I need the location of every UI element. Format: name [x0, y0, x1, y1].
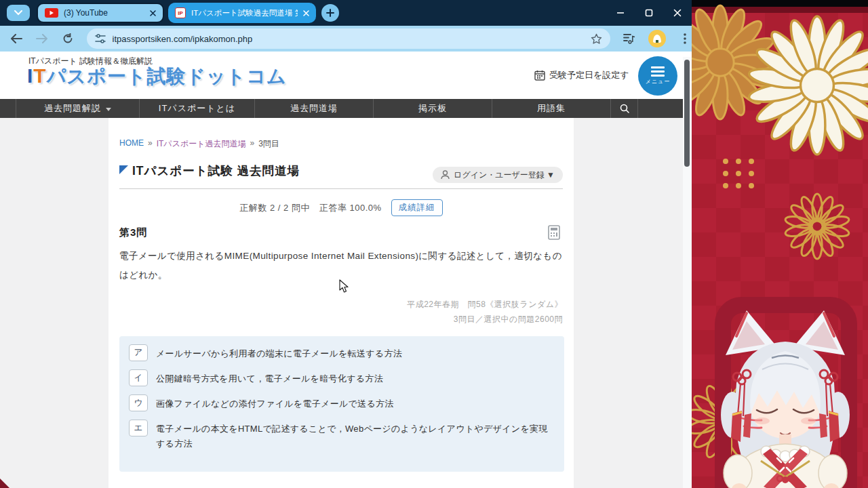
main-nav: 過去問題解説 ITパスポートとは 過去問道場 掲示板 用語集 — [0, 99, 683, 118]
question-source: 平成22年春期 問58《選択肢ランダム》 — [407, 297, 563, 312]
tab-strip: (3) YouTube IP ITパスポート試験過去問道場 第 — [0, 0, 692, 26]
breadcrumb-home[interactable]: HOME — [119, 138, 144, 150]
nav-item-board[interactable]: 掲示板 — [373, 99, 492, 118]
forward-button[interactable] — [35, 32, 49, 45]
choice-key[interactable]: ア — [129, 344, 148, 361]
choice-text: メールサーバから利用者の端末に電子メールを転送する方法 — [156, 344, 402, 361]
breadcrumb-parent[interactable]: ITパスポート過去問道場 — [157, 138, 246, 150]
url-text: itpassportsiken.com/ipkakomon.php — [113, 34, 585, 44]
nav-item-dojo[interactable]: 過去問道場 — [254, 99, 373, 118]
nav-item-about[interactable]: ITパスポートとは — [139, 99, 254, 118]
maximize-icon — [645, 9, 653, 17]
choice-key[interactable]: イ — [129, 369, 148, 386]
reload-icon — [62, 33, 73, 44]
scrollbar[interactable] — [683, 57, 692, 488]
back-button[interactable] — [9, 32, 23, 45]
menu-button[interactable]: メニュー — [638, 56, 677, 96]
site-settings-icon[interactable] — [95, 34, 106, 43]
webpage: ITパスポート 試験情報＆徹底解説 ITパスポート試験ドットコム https:/… — [0, 52, 692, 488]
breadcrumb-current: 3問目 — [258, 138, 279, 150]
browser-window: (3) YouTube IP ITパスポート試験過去問道場 第 — [0, 0, 692, 488]
breadcrumb-separator: » — [148, 138, 153, 150]
menu-button-label: メニュー — [646, 78, 671, 85]
score-stats: 正解数 2 / 2 問中 正答率 100.0% 成績詳細 — [108, 199, 574, 216]
scrollbar-thumb[interactable] — [684, 60, 690, 167]
plus-icon — [326, 9, 334, 17]
tab-close-icon[interactable] — [150, 10, 156, 16]
choice-a[interactable]: ア メールサーバから利用者の端末に電子メールを転送する方法 — [129, 344, 555, 361]
stream-overlay-panel — [692, 0, 868, 488]
screen: (3) YouTube IP ITパスポート試験過去問道場 第 — [0, 0, 868, 488]
forward-arrow-icon — [36, 34, 48, 43]
profile-avatar[interactable] — [648, 30, 666, 47]
search-icon — [620, 104, 629, 113]
breadcrumb-separator: » — [250, 138, 254, 150]
login-button[interactable]: ログイン・ユーザー登録 ▼ — [433, 167, 563, 183]
maximize-button[interactable] — [635, 0, 663, 26]
panel-maroon-band — [692, 7, 868, 13]
question-progress: 3問目／選択中の問題2600問 — [407, 312, 563, 327]
close-icon — [673, 9, 682, 17]
url-bar[interactable]: itpassportsiken.com/ipkakomon.php — [87, 28, 611, 49]
nav-spacer — [0, 99, 16, 118]
youtube-icon — [45, 8, 58, 18]
onigiri-icon — [652, 33, 663, 44]
question-meta: 平成22年春期 問58《選択肢ランダム》 3問目／選択中の問題2600問 — [407, 297, 563, 327]
panel-checker-background — [692, 13, 868, 488]
tab-close-icon[interactable] — [303, 10, 309, 16]
login-button-label: ログイン・ユーザー登録 ▼ — [454, 169, 555, 181]
site-header: ITパスポート 試験情報＆徹底解説 ITパスポート試験ドットコム https:/… — [0, 52, 692, 99]
calculator-icon[interactable] — [548, 225, 560, 243]
window-controls — [606, 0, 692, 26]
content-card: HOME » ITパスポート過去問道場 » 3問目 ITパスポート試験 過去問道… — [108, 118, 574, 488]
chevron-down-icon — [106, 108, 111, 111]
tab-title: ITパスポート試験過去問道場 第 — [191, 8, 298, 18]
ipcom-favicon: IP — [175, 7, 186, 18]
tab-search-button[interactable] — [7, 5, 30, 21]
choice-text: 公開鍵暗号方式を用いて，電子メールを暗号化する方法 — [156, 369, 383, 386]
minimize-button[interactable] — [606, 0, 635, 26]
person-icon — [441, 170, 450, 180]
question-number: 第3問 — [119, 226, 147, 239]
choice-e[interactable]: エ 電子メールの本文をHTMLで記述することで，Webページのようなレイアウトや… — [129, 420, 555, 451]
page-title: ITパスポート試験 過去問道場 — [132, 163, 300, 179]
menu-dots-icon[interactable] — [678, 32, 692, 45]
nav-item-glossary[interactable]: 用語集 — [492, 99, 610, 118]
reload-button[interactable] — [61, 32, 75, 45]
correct-count: 正解数 2 / 2 問中 — [239, 202, 310, 214]
accuracy-rate: 正答率 100.0% — [319, 202, 382, 214]
mouse-cursor — [339, 279, 349, 293]
site-logo[interactable]: ITパスポート試験ドットコム https://www.itpassportsik… — [27, 64, 287, 89]
back-arrow-icon — [10, 34, 22, 43]
panel-top-black-strip — [692, 0, 868, 7]
choice-i[interactable]: イ 公開鍵暗号方式を用いて，電子メールを暗号化する方法 — [129, 369, 555, 386]
media-controls-icon[interactable] — [623, 32, 636, 45]
hamburger-icon — [651, 66, 665, 77]
choice-text: 電子メールの本文をHTMLで記述することで，Webページのようなレイアウトやデザ… — [156, 420, 555, 451]
nav-item-kakomondai[interactable]: 過去問題解説 — [16, 99, 139, 118]
close-button[interactable] — [663, 0, 692, 26]
score-detail-button[interactable]: 成績詳細 — [391, 199, 443, 216]
bookmark-star-icon[interactable] — [591, 33, 602, 45]
tab-itpassport[interactable]: IP ITパスポート試験過去問道場 第 — [168, 3, 316, 23]
new-tab-button[interactable] — [321, 4, 339, 22]
corner-decoration — [0, 479, 9, 488]
breadcrumb: HOME » ITパスポート過去問道場 » 3問目 — [119, 138, 279, 150]
tab-title: (3) YouTube — [64, 8, 144, 18]
exam-date-label: 受験予定日を設定す — [549, 69, 629, 81]
page-content: HOME » ITパスポート過去問道場 » 3問目 ITパスポート試験 過去問道… — [0, 118, 684, 488]
answer-choices: ア メールサーバから利用者の端末に電子メールを転送する方法 イ 公開鍵暗号方式を… — [119, 336, 564, 472]
exam-date-link[interactable]: 受験予定日を設定す — [534, 69, 629, 81]
nav-filler — [637, 99, 683, 118]
nav-search-button[interactable] — [610, 99, 637, 118]
chevron-down-icon — [14, 10, 22, 16]
calendar-icon — [534, 70, 545, 81]
tab-youtube[interactable]: (3) YouTube — [37, 3, 164, 23]
choice-text: 画像ファイルなどの添付ファイルを電子メールで送る方法 — [156, 394, 394, 411]
divider — [119, 188, 563, 189]
minimize-icon — [616, 9, 625, 17]
choice-u[interactable]: ウ 画像ファイルなどの添付ファイルを電子メールで送る方法 — [129, 394, 555, 411]
choice-key[interactable]: ウ — [129, 394, 148, 411]
browser-toolbar: itpassportsiken.com/ipkakomon.php — [0, 26, 692, 52]
choice-key[interactable]: エ — [129, 420, 148, 436]
